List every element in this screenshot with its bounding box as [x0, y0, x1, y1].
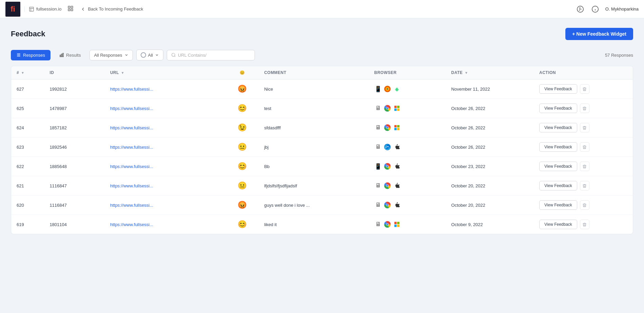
sort-arrow-date: ▼: [465, 71, 468, 75]
view-feedback-button-1[interactable]: View Feedback: [539, 104, 577, 113]
view-feedback-button-0[interactable]: View Feedback: [539, 84, 577, 94]
delete-button-7[interactable]: [580, 220, 589, 229]
delete-button-5[interactable]: [580, 181, 589, 190]
chat-icon[interactable]: [576, 4, 585, 14]
tab-results-label: Results: [66, 53, 81, 58]
table-row: 623 1892546 https://www.fullsessi... 😐 j…: [11, 137, 633, 157]
col-header-action: Action: [534, 66, 633, 79]
device-icon-4: 📱: [374, 163, 382, 170]
view-feedback-button-3[interactable]: View Feedback: [539, 142, 577, 152]
delete-button-3[interactable]: [580, 142, 589, 152]
browser-icon-0: [384, 85, 391, 93]
row-id-2: 1857182: [44, 118, 105, 137]
row-id-5: 1116847: [44, 176, 105, 196]
device-icon-7: 🖥: [374, 221, 382, 228]
device-icon-3: 🖥: [374, 143, 382, 151]
row-url-6[interactable]: https://www.fullsessi...: [105, 196, 226, 215]
tab-results[interactable]: Results: [54, 50, 86, 60]
delete-button-1[interactable]: [580, 104, 589, 113]
all-filter-dropdown[interactable]: All: [136, 50, 163, 60]
trash-icon: [582, 145, 587, 149]
col-header-url[interactable]: URL ▼: [105, 66, 226, 79]
os-icon-1: [393, 105, 401, 112]
bar-chart-icon: [59, 53, 64, 57]
row-url-4[interactable]: https://www.fullsessi...: [105, 157, 226, 176]
logo: fi: [5, 2, 20, 17]
svg-rect-42: [397, 128, 400, 130]
row-url-5[interactable]: https://www.fullsessi...: [105, 176, 226, 196]
row-url-1[interactable]: https://www.fullsessi...: [105, 99, 226, 118]
row-id-3: 1892546: [44, 137, 105, 157]
row-url-0[interactable]: https://www.fullsessi...: [105, 79, 226, 99]
row-emoji-0: 😡: [226, 79, 259, 99]
row-comment-4: Bb: [259, 157, 369, 176]
browser-icon-1: [384, 105, 391, 112]
user-name[interactable]: O. Mykhoparkina: [605, 6, 639, 12]
view-feedback-button-5[interactable]: View Feedback: [539, 181, 577, 190]
row-comment-0: Nice: [259, 79, 369, 99]
row-id-4: 1885648: [44, 157, 105, 176]
table-row: 621 1116847 https://www.fullsessi... 😐 l…: [11, 176, 633, 196]
svg-rect-35: [397, 109, 400, 111]
view-feedback-button-2[interactable]: View Feedback: [539, 123, 577, 132]
svg-line-27: [396, 87, 397, 88]
browser-icon-4: [384, 163, 391, 170]
os-icon-3: [393, 143, 401, 151]
row-browser-5: 🖥: [369, 176, 446, 196]
tab-responses[interactable]: Responses: [11, 50, 51, 60]
table-row: 622 1885648 https://www.fullsessi... 😊 B…: [11, 157, 633, 176]
row-date-3: October 26, 2022: [446, 137, 534, 157]
delete-button-6[interactable]: [580, 200, 589, 210]
row-url-3[interactable]: https://www.fullsessi...: [105, 137, 226, 157]
row-date-6: October 20, 2022: [446, 196, 534, 215]
info-icon[interactable]: [590, 4, 600, 14]
sort-arrow-url: ▼: [121, 71, 124, 75]
tab-responses-label: Responses: [23, 53, 45, 58]
top-nav: fi fullsession.io Back To Incoming Feedb…: [0, 0, 644, 18]
new-feedback-widget-button[interactable]: + New Feedback Widget: [565, 28, 633, 40]
os-icon-5: [393, 182, 401, 189]
grid-icon[interactable]: [67, 5, 74, 13]
row-browser-1: 🖥: [369, 99, 446, 118]
delete-button-2[interactable]: [580, 123, 589, 132]
row-comment-6: guys well done i love ...: [259, 196, 369, 215]
browser-icon-5: [384, 182, 391, 189]
table-row: 625 1478987 https://www.fullsessi... 😊 t…: [11, 99, 633, 118]
chevron-left-icon: [80, 6, 86, 12]
trash-icon: [582, 222, 587, 227]
url-search-box[interactable]: URL Contains/: [167, 50, 255, 60]
col-header-date[interactable]: Date ▼: [446, 66, 534, 79]
view-feedback-button-7[interactable]: View Feedback: [539, 220, 577, 229]
row-num-3: 623: [11, 137, 44, 157]
delete-button-0[interactable]: [580, 84, 589, 94]
col-header-hash[interactable]: # ▼: [11, 66, 44, 79]
os-icon-0: [393, 85, 401, 93]
view-feedback-button-6[interactable]: View Feedback: [539, 200, 577, 210]
row-comment-7: liked it: [259, 215, 369, 234]
row-num-5: 621: [11, 176, 44, 196]
row-emoji-6: 😡: [226, 196, 259, 215]
row-browser-6: 🖥: [369, 196, 446, 215]
row-url-2[interactable]: https://www.fullsessi...: [105, 118, 226, 137]
page-title: Feedback: [11, 30, 45, 38]
back-link[interactable]: Back To Incoming Feedback: [80, 6, 143, 12]
all-responses-dropdown[interactable]: All Responses: [89, 50, 133, 60]
view-feedback-button-4[interactable]: View Feedback: [539, 162, 577, 171]
svg-point-38: [386, 127, 388, 129]
site-name-label: fullsession.io: [36, 6, 61, 12]
row-browser-7: 🖥: [369, 215, 446, 234]
delete-button-4[interactable]: [580, 162, 589, 171]
browser-icon-2: [384, 124, 391, 131]
trash-icon: [582, 87, 587, 91]
browser-icon-6: [384, 201, 391, 209]
row-date-2: October 26, 2022: [446, 118, 534, 137]
row-action-3: View Feedback: [534, 137, 633, 157]
device-icon-5: 🖥: [374, 182, 382, 189]
row-url-7[interactable]: https://www.fullsessi...: [105, 215, 226, 234]
svg-point-55: [386, 223, 388, 225]
row-comment-1: test: [259, 99, 369, 118]
col-header-browser: Browser: [369, 66, 446, 79]
svg-rect-39: [395, 125, 397, 127]
svg-rect-3: [68, 9, 70, 11]
device-icon-6: 🖥: [374, 201, 382, 209]
